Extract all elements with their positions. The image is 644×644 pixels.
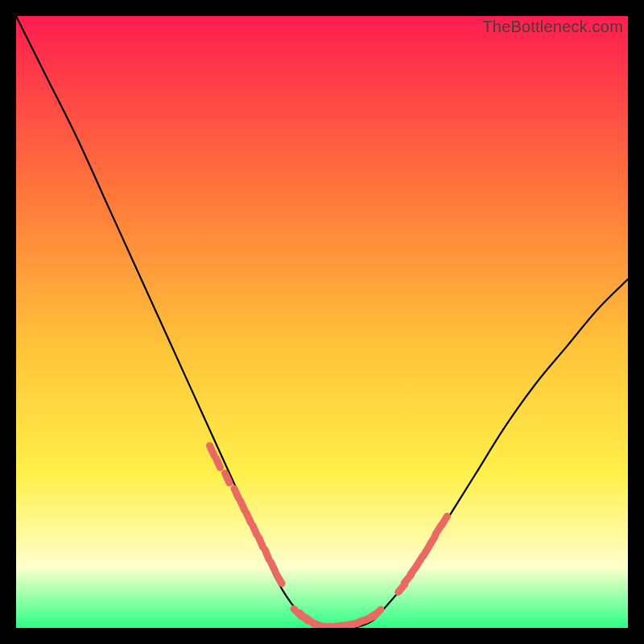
marker-dash bbox=[265, 550, 269, 559]
marker-dash bbox=[270, 562, 275, 572]
watermark-text: TheBottleneck.com bbox=[482, 18, 623, 36]
marker-dash bbox=[241, 501, 245, 510]
chart-frame: TheBottleneck.com bbox=[16, 16, 628, 628]
marker-dash bbox=[216, 458, 220, 468]
marker-dash bbox=[210, 446, 214, 456]
marker-dash bbox=[225, 473, 229, 483]
gradient-background bbox=[16, 16, 628, 628]
marker-dash bbox=[442, 516, 448, 525]
marker-dash bbox=[246, 513, 250, 522]
chart-svg bbox=[16, 16, 628, 628]
marker-dash bbox=[276, 575, 282, 584]
marker-dash bbox=[253, 525, 257, 535]
marker-dash bbox=[258, 538, 262, 547]
marker-dash bbox=[429, 537, 435, 546]
marker-dash bbox=[234, 489, 238, 498]
